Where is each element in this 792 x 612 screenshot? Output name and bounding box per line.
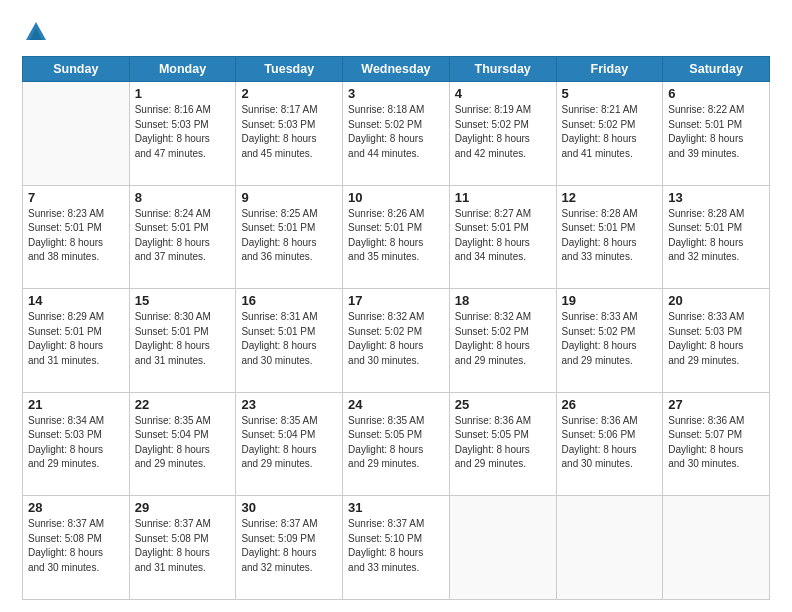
cell-info: Sunrise: 8:36 AM Sunset: 5:07 PM Dayligh… <box>668 414 764 472</box>
day-number: 2 <box>241 86 337 101</box>
cell-info: Sunrise: 8:37 AM Sunset: 5:09 PM Dayligh… <box>241 517 337 575</box>
day-number: 3 <box>348 86 444 101</box>
day-number: 19 <box>562 293 658 308</box>
header <box>22 18 770 46</box>
calendar-cell: 23Sunrise: 8:35 AM Sunset: 5:04 PM Dayli… <box>236 392 343 496</box>
day-number: 14 <box>28 293 124 308</box>
weekday-header: Monday <box>129 57 236 82</box>
calendar-cell: 9Sunrise: 8:25 AM Sunset: 5:01 PM Daylig… <box>236 185 343 289</box>
calendar-cell: 22Sunrise: 8:35 AM Sunset: 5:04 PM Dayli… <box>129 392 236 496</box>
calendar-cell <box>556 496 663 600</box>
day-number: 21 <box>28 397 124 412</box>
calendar-cell: 5Sunrise: 8:21 AM Sunset: 5:02 PM Daylig… <box>556 82 663 186</box>
cell-info: Sunrise: 8:37 AM Sunset: 5:10 PM Dayligh… <box>348 517 444 575</box>
calendar-cell: 15Sunrise: 8:30 AM Sunset: 5:01 PM Dayli… <box>129 289 236 393</box>
day-number: 22 <box>135 397 231 412</box>
day-number: 31 <box>348 500 444 515</box>
cell-info: Sunrise: 8:37 AM Sunset: 5:08 PM Dayligh… <box>28 517 124 575</box>
cell-info: Sunrise: 8:18 AM Sunset: 5:02 PM Dayligh… <box>348 103 444 161</box>
cell-info: Sunrise: 8:28 AM Sunset: 5:01 PM Dayligh… <box>668 207 764 265</box>
weekday-header: Sunday <box>23 57 130 82</box>
day-number: 4 <box>455 86 551 101</box>
day-number: 5 <box>562 86 658 101</box>
weekday-header: Thursday <box>449 57 556 82</box>
calendar-week-row: 28Sunrise: 8:37 AM Sunset: 5:08 PM Dayli… <box>23 496 770 600</box>
cell-info: Sunrise: 8:35 AM Sunset: 5:05 PM Dayligh… <box>348 414 444 472</box>
calendar-cell: 1Sunrise: 8:16 AM Sunset: 5:03 PM Daylig… <box>129 82 236 186</box>
day-number: 26 <box>562 397 658 412</box>
cell-info: Sunrise: 8:31 AM Sunset: 5:01 PM Dayligh… <box>241 310 337 368</box>
calendar-cell <box>449 496 556 600</box>
cell-info: Sunrise: 8:36 AM Sunset: 5:06 PM Dayligh… <box>562 414 658 472</box>
calendar-week-row: 1Sunrise: 8:16 AM Sunset: 5:03 PM Daylig… <box>23 82 770 186</box>
logo <box>22 18 54 46</box>
calendar-week-row: 7Sunrise: 8:23 AM Sunset: 5:01 PM Daylig… <box>23 185 770 289</box>
calendar-week-row: 21Sunrise: 8:34 AM Sunset: 5:03 PM Dayli… <box>23 392 770 496</box>
calendar-cell <box>23 82 130 186</box>
day-number: 11 <box>455 190 551 205</box>
day-number: 6 <box>668 86 764 101</box>
day-number: 28 <box>28 500 124 515</box>
cell-info: Sunrise: 8:29 AM Sunset: 5:01 PM Dayligh… <box>28 310 124 368</box>
cell-info: Sunrise: 8:17 AM Sunset: 5:03 PM Dayligh… <box>241 103 337 161</box>
cell-info: Sunrise: 8:32 AM Sunset: 5:02 PM Dayligh… <box>348 310 444 368</box>
calendar-cell: 16Sunrise: 8:31 AM Sunset: 5:01 PM Dayli… <box>236 289 343 393</box>
weekday-row: SundayMondayTuesdayWednesdayThursdayFrid… <box>23 57 770 82</box>
cell-info: Sunrise: 8:16 AM Sunset: 5:03 PM Dayligh… <box>135 103 231 161</box>
cell-info: Sunrise: 8:35 AM Sunset: 5:04 PM Dayligh… <box>241 414 337 472</box>
cell-info: Sunrise: 8:26 AM Sunset: 5:01 PM Dayligh… <box>348 207 444 265</box>
calendar-cell: 17Sunrise: 8:32 AM Sunset: 5:02 PM Dayli… <box>343 289 450 393</box>
cell-info: Sunrise: 8:28 AM Sunset: 5:01 PM Dayligh… <box>562 207 658 265</box>
cell-info: Sunrise: 8:30 AM Sunset: 5:01 PM Dayligh… <box>135 310 231 368</box>
calendar-cell: 24Sunrise: 8:35 AM Sunset: 5:05 PM Dayli… <box>343 392 450 496</box>
day-number: 27 <box>668 397 764 412</box>
cell-info: Sunrise: 8:32 AM Sunset: 5:02 PM Dayligh… <box>455 310 551 368</box>
day-number: 16 <box>241 293 337 308</box>
cell-info: Sunrise: 8:34 AM Sunset: 5:03 PM Dayligh… <box>28 414 124 472</box>
calendar-week-row: 14Sunrise: 8:29 AM Sunset: 5:01 PM Dayli… <box>23 289 770 393</box>
calendar-cell: 30Sunrise: 8:37 AM Sunset: 5:09 PM Dayli… <box>236 496 343 600</box>
cell-info: Sunrise: 8:27 AM Sunset: 5:01 PM Dayligh… <box>455 207 551 265</box>
cell-info: Sunrise: 8:33 AM Sunset: 5:03 PM Dayligh… <box>668 310 764 368</box>
calendar-body: 1Sunrise: 8:16 AM Sunset: 5:03 PM Daylig… <box>23 82 770 600</box>
calendar-cell: 31Sunrise: 8:37 AM Sunset: 5:10 PM Dayli… <box>343 496 450 600</box>
day-number: 23 <box>241 397 337 412</box>
cell-info: Sunrise: 8:25 AM Sunset: 5:01 PM Dayligh… <box>241 207 337 265</box>
cell-info: Sunrise: 8:19 AM Sunset: 5:02 PM Dayligh… <box>455 103 551 161</box>
day-number: 13 <box>668 190 764 205</box>
day-number: 8 <box>135 190 231 205</box>
calendar-cell: 4Sunrise: 8:19 AM Sunset: 5:02 PM Daylig… <box>449 82 556 186</box>
calendar: SundayMondayTuesdayWednesdayThursdayFrid… <box>22 56 770 600</box>
calendar-cell: 18Sunrise: 8:32 AM Sunset: 5:02 PM Dayli… <box>449 289 556 393</box>
cell-info: Sunrise: 8:37 AM Sunset: 5:08 PM Dayligh… <box>135 517 231 575</box>
calendar-cell: 19Sunrise: 8:33 AM Sunset: 5:02 PM Dayli… <box>556 289 663 393</box>
calendar-cell: 20Sunrise: 8:33 AM Sunset: 5:03 PM Dayli… <box>663 289 770 393</box>
day-number: 20 <box>668 293 764 308</box>
calendar-cell: 11Sunrise: 8:27 AM Sunset: 5:01 PM Dayli… <box>449 185 556 289</box>
calendar-cell: 14Sunrise: 8:29 AM Sunset: 5:01 PM Dayli… <box>23 289 130 393</box>
page: SundayMondayTuesdayWednesdayThursdayFrid… <box>0 0 792 612</box>
weekday-header: Friday <box>556 57 663 82</box>
day-number: 10 <box>348 190 444 205</box>
calendar-cell: 27Sunrise: 8:36 AM Sunset: 5:07 PM Dayli… <box>663 392 770 496</box>
weekday-header: Tuesday <box>236 57 343 82</box>
day-number: 30 <box>241 500 337 515</box>
calendar-cell: 8Sunrise: 8:24 AM Sunset: 5:01 PM Daylig… <box>129 185 236 289</box>
day-number: 7 <box>28 190 124 205</box>
calendar-cell <box>663 496 770 600</box>
cell-info: Sunrise: 8:35 AM Sunset: 5:04 PM Dayligh… <box>135 414 231 472</box>
day-number: 29 <box>135 500 231 515</box>
calendar-cell: 29Sunrise: 8:37 AM Sunset: 5:08 PM Dayli… <box>129 496 236 600</box>
day-number: 15 <box>135 293 231 308</box>
calendar-cell: 21Sunrise: 8:34 AM Sunset: 5:03 PM Dayli… <box>23 392 130 496</box>
cell-info: Sunrise: 8:23 AM Sunset: 5:01 PM Dayligh… <box>28 207 124 265</box>
calendar-cell: 10Sunrise: 8:26 AM Sunset: 5:01 PM Dayli… <box>343 185 450 289</box>
cell-info: Sunrise: 8:21 AM Sunset: 5:02 PM Dayligh… <box>562 103 658 161</box>
cell-info: Sunrise: 8:36 AM Sunset: 5:05 PM Dayligh… <box>455 414 551 472</box>
calendar-cell: 2Sunrise: 8:17 AM Sunset: 5:03 PM Daylig… <box>236 82 343 186</box>
cell-info: Sunrise: 8:22 AM Sunset: 5:01 PM Dayligh… <box>668 103 764 161</box>
logo-icon <box>22 18 50 46</box>
day-number: 18 <box>455 293 551 308</box>
weekday-header: Wednesday <box>343 57 450 82</box>
day-number: 9 <box>241 190 337 205</box>
